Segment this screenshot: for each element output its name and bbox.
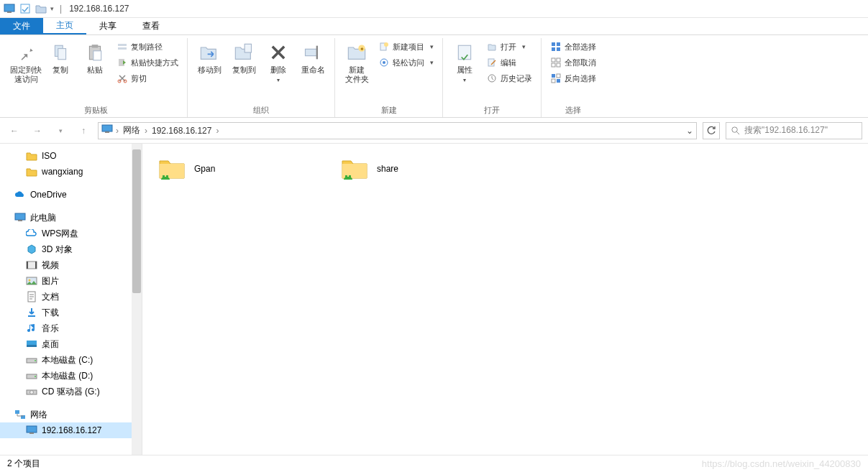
tree-item-label: 本地磁盘 (D:) (42, 370, 93, 382)
select-all-button[interactable]: 全部选择 (547, 40, 599, 54)
tree-item-label: OneDrive (30, 190, 67, 200)
svg-point-53 (35, 376, 36, 377)
folder-share[interactable]: share (337, 151, 516, 187)
qat-properties-icon[interactable] (19, 2, 32, 15)
sidebar-item-[interactable]: 此电脑 (0, 210, 142, 226)
nav-recent-dropdown[interactable]: ▾ (52, 122, 69, 139)
cut-button[interactable]: 剪切 (114, 71, 181, 85)
breadcrumb-network[interactable]: 网络 (122, 124, 142, 136)
svg-rect-60 (163, 175, 165, 179)
nav-back-button[interactable]: ← (6, 122, 23, 139)
sidebar-item-[interactable]: 文档 (0, 289, 142, 305)
paste-shortcut-button[interactable]: 粘贴快捷方式 (114, 55, 181, 70)
copy-to-icon (232, 41, 255, 64)
status-item-count: 2 个项目 (7, 458, 40, 470)
ribbon-tabs: 文件 主页 共享 查看 (0, 18, 868, 35)
search-input[interactable]: 搜索"192.168.16.127" (726, 122, 862, 139)
chevron-right-icon[interactable]: › (145, 126, 147, 136)
svg-rect-41 (18, 220, 22, 221)
music-icon (26, 323, 37, 334)
move-to-button[interactable]: 移动到 (193, 38, 225, 75)
rename-button[interactable]: 重命名 (297, 38, 329, 75)
sidebar-scrollbar[interactable] (132, 144, 142, 455)
address-dropdown-icon[interactable]: ⌄ (686, 126, 693, 136)
tab-home[interactable]: 主页 (43, 18, 86, 34)
open-button[interactable]: 打开▾ (483, 40, 535, 54)
address-bar[interactable]: › 网络 › 192.168.16.127 › ⌄ (98, 122, 697, 139)
copy-path-button[interactable]: 复制路径 (114, 40, 181, 54)
sidebar-item-onedrive[interactable]: OneDrive (0, 187, 142, 203)
nav-up-button[interactable]: ↑ (75, 122, 92, 139)
chevron-right-icon[interactable]: › (116, 126, 119, 136)
svg-rect-22 (458, 45, 470, 60)
nav-forward-button[interactable]: → (29, 122, 46, 139)
tab-share[interactable]: 共享 (86, 18, 129, 34)
easy-access-icon (378, 57, 390, 68)
scrollbar-thumb[interactable] (132, 149, 141, 293)
svg-rect-43 (27, 262, 28, 269)
history-icon (486, 73, 498, 84)
titlebar: ▾ | 192.168.16.127 (0, 0, 868, 18)
ribbon-group-open: 属性▾ 打开▾ 编辑 历史记录 打开 (443, 38, 542, 117)
3d-icon (26, 244, 37, 255)
sidebar-item-[interactable]: 图片 (0, 273, 142, 289)
edit-button[interactable]: 编辑 (483, 55, 535, 70)
select-none-icon (550, 57, 562, 68)
svg-rect-36 (557, 79, 560, 83)
select-none-button[interactable]: 全部取消 (547, 55, 599, 70)
window-title: 192.168.16.127 (69, 4, 129, 14)
new-folder-button[interactable]: ✦ 新建 文件夹 (341, 38, 373, 84)
qat-dropdown-icon[interactable]: ▾ (50, 5, 54, 12)
invert-selection-button[interactable]: 反向选择 (547, 71, 599, 85)
folder-name: Gpan (194, 164, 215, 174)
svg-rect-33 (552, 74, 555, 78)
pin-button[interactable]: 固定到快 速访问 (10, 38, 42, 84)
sidebar-item-[interactable]: 网络 (0, 407, 142, 422)
video-icon (26, 259, 37, 271)
properties-button[interactable]: 属性▾ (449, 38, 480, 85)
ribbon-group-organize: 移动到 复制到 删除▾ 重命名 组织 (188, 38, 335, 117)
sidebar-item-3d[interactable]: 3D 对象 (0, 241, 142, 257)
breadcrumb-ip[interactable]: 192.168.16.127 (150, 126, 213, 136)
drive-icon (26, 370, 37, 381)
tree-item-label: 音乐 (42, 323, 59, 335)
copy-path-icon (117, 41, 128, 52)
search-icon (731, 126, 740, 135)
sidebar-item-[interactable]: 音乐 (0, 320, 142, 336)
qat-new-folder-icon[interactable] (35, 2, 47, 15)
sidebar-item-wps[interactable]: WPS网盘 (0, 226, 142, 241)
picture-icon (26, 275, 37, 287)
chevron-right-icon[interactable]: › (216, 126, 219, 136)
sidebar-item-cdg[interactable]: CD 驱动器 (G:) (0, 384, 142, 399)
search-placeholder: 搜索"192.168.16.127" (744, 124, 828, 136)
sidebar-item-19216816127[interactable]: 192.168.16.127 (0, 422, 142, 438)
tree-item-label: 3D 对象 (42, 244, 73, 256)
new-item-button[interactable]: 新建项目▾ (375, 40, 437, 54)
sidebar-item-d[interactable]: 本地磁盘 (D:) (0, 368, 142, 384)
sidebar-item-[interactable]: 桌面 (0, 336, 142, 352)
titlebar-separator: | (60, 4, 62, 14)
sidebar-item-[interactable]: 视频 (0, 257, 142, 273)
copy-to-button[interactable]: 复制到 (228, 38, 260, 75)
easy-access-button[interactable]: 轻松访问▾ (375, 55, 437, 70)
sidebar-item-wangxiang[interactable]: wangxiang (0, 164, 142, 180)
tree-item-label: wangxiang (42, 167, 83, 177)
refresh-button[interactable] (703, 122, 720, 139)
sidebar-item-iso[interactable]: ISO (0, 148, 142, 164)
sidebar-item-c[interactable]: 本地磁盘 (C:) (0, 352, 142, 368)
svg-rect-8 (118, 44, 127, 46)
tab-view[interactable]: 查看 (129, 18, 173, 34)
history-button[interactable]: 历史记录 (483, 71, 535, 85)
tree-item-label: CD 驱动器 (G:) (42, 386, 100, 398)
folder-content[interactable]: Gpanshare (142, 144, 868, 455)
tab-file[interactable]: 文件 (0, 18, 43, 34)
svg-rect-42 (27, 262, 37, 269)
folder-gpan[interactable]: Gpan (154, 151, 334, 187)
delete-button[interactable]: 删除▾ (262, 38, 294, 85)
sidebar-item-[interactable]: 下载 (0, 305, 142, 320)
paste-button[interactable]: 粘贴 (79, 38, 111, 75)
cut-icon (117, 73, 128, 84)
copy-button[interactable]: 复制 (45, 38, 76, 75)
download-icon (26, 307, 37, 318)
select-all-icon (550, 41, 562, 52)
